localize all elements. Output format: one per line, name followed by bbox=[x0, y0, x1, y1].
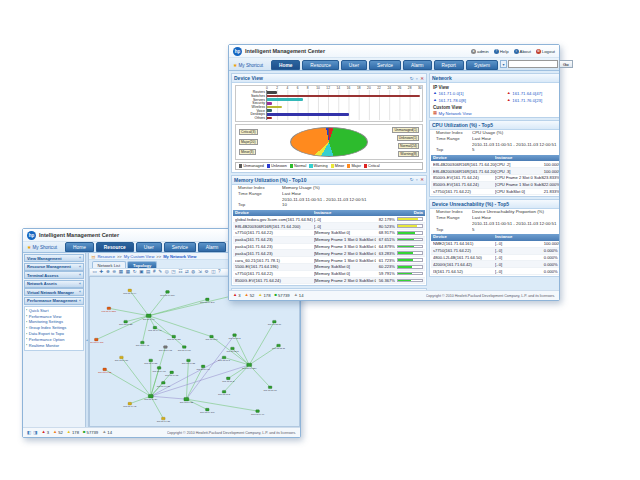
nav-tab-alarm[interactable]: Alarm bbox=[403, 60, 432, 70]
alarm-filter-icon[interactable]: ◍ bbox=[191, 270, 195, 275]
ip-view-link[interactable]: ▲161.71.78.0[8] bbox=[433, 97, 507, 104]
pan-icon[interactable]: ✚ bbox=[99, 270, 103, 275]
alarm-count-minor[interactable]: ▲178 bbox=[258, 293, 270, 298]
topology-node[interactable]: 161.71.78.11 bbox=[272, 344, 286, 349]
nav-tab-system[interactable]: System bbox=[466, 60, 498, 70]
topology-node[interactable]: 161.71.64.247 bbox=[200, 298, 215, 303]
alarm-count-normal[interactable]: ■57739 bbox=[83, 430, 98, 435]
search-scope-dropdown[interactable]: ▾ bbox=[500, 60, 507, 68]
help-icon[interactable]: ? bbox=[218, 270, 221, 275]
topology-node[interactable]: 161.71.64.196 bbox=[200, 408, 215, 413]
nav-tab-resource[interactable]: Resource bbox=[302, 60, 339, 70]
sidebar-section-network-assets[interactable]: Network Assets« bbox=[24, 280, 84, 288]
statusbar-icon[interactable]: ◧ bbox=[27, 430, 31, 435]
topology-node[interactable]: 161.71.64.22 bbox=[179, 397, 193, 403]
topology-node[interactable]: 161.71.64.42 bbox=[123, 402, 137, 407]
topology-node[interactable]: 161.71.76.3 bbox=[218, 390, 231, 395]
save-icon[interactable]: ▣ bbox=[139, 270, 143, 275]
alarm-count-unknown[interactable]: ▲14 bbox=[294, 293, 304, 298]
alarm-count-major[interactable]: ▲52 bbox=[53, 430, 63, 435]
logout-link[interactable]: ⊗ Logout bbox=[536, 49, 555, 54]
topology-node[interactable]: 161.71.64.52 bbox=[98, 368, 112, 373]
fit-view-icon[interactable]: ▦ bbox=[119, 270, 123, 275]
legend-icon[interactable]: ▤ bbox=[146, 270, 150, 275]
ip-view-link[interactable]: ▲161.71.76.0[23] bbox=[507, 97, 559, 104]
topology-node[interactable]: 161.71.64.60 bbox=[152, 367, 166, 372]
layout-icon[interactable]: ▩ bbox=[126, 270, 130, 275]
sidebar-section-view-management[interactable]: View Management« bbox=[24, 254, 84, 262]
topology-node[interactable]: 161.71.76.10 bbox=[263, 386, 277, 391]
nav-tab-user[interactable]: User bbox=[136, 242, 162, 252]
topology-node[interactable]: 161.71.64.23 bbox=[119, 320, 133, 325]
topology-node[interactable]: 161.71.64.161 bbox=[90, 338, 104, 343]
list-icon[interactable]: ☷ bbox=[178, 270, 182, 275]
topology-node[interactable]: 161.71.64.41 bbox=[148, 326, 162, 331]
settings-icon[interactable]: ⚙ bbox=[204, 270, 208, 275]
nav-tab-service[interactable]: Service bbox=[164, 242, 196, 252]
ip-view-link[interactable]: ▲161.71.0.0[1] bbox=[433, 90, 507, 97]
select-icon[interactable]: ▭ bbox=[93, 270, 97, 275]
statusbar-icon[interactable]: ◨ bbox=[33, 430, 37, 435]
my-shortcut-link[interactable]: ★ My Shortcut bbox=[27, 244, 57, 252]
topology-node[interactable]: 161.71.64.65 bbox=[158, 346, 172, 351]
topology-node[interactable]: 161.71.78.10 bbox=[267, 320, 281, 325]
topology-node[interactable]: 161.71.78.3 bbox=[226, 347, 239, 352]
topology-node[interactable]: 161.71.64.80 bbox=[156, 381, 170, 386]
topology-node[interactable]: 161.71.64.75 bbox=[165, 371, 179, 376]
minimize-icon[interactable]: ▫ bbox=[416, 76, 418, 81]
help-link[interactable]: ? Help bbox=[494, 49, 509, 54]
alarm-count-critical[interactable]: ▲3 bbox=[42, 430, 50, 435]
topology-node[interactable]: 161.71.64.24 bbox=[144, 394, 158, 400]
nav-tab-user[interactable]: User bbox=[341, 60, 367, 70]
close-icon[interactable]: ✕ bbox=[420, 177, 424, 182]
nav-tab-resource[interactable]: Resource bbox=[96, 242, 134, 252]
alarm-count-critical[interactable]: ▲3 bbox=[233, 293, 241, 298]
zoom-out-icon[interactable]: ⊖ bbox=[112, 270, 116, 275]
topology-node[interactable]: 161.71.76.1 bbox=[218, 356, 231, 361]
nav-tab-report[interactable]: Report bbox=[434, 60, 464, 70]
topology-node[interactable]: 161.71.64.200 bbox=[101, 307, 116, 312]
my-network-view-link[interactable]: ▦ My Network View bbox=[430, 110, 559, 117]
topology-node[interactable]: 161.71.64.70 bbox=[177, 346, 191, 351]
nav-tab-service[interactable]: Service bbox=[369, 60, 401, 70]
overview-icon[interactable]: ◳ bbox=[171, 270, 175, 275]
topology-node[interactable]: 161.71.64.45 bbox=[135, 341, 149, 346]
breadcrumb-mid[interactable]: My Custom View bbox=[124, 254, 155, 259]
topology-node[interactable]: 161.71.64.55 bbox=[144, 359, 158, 364]
topology-node[interactable]: 161.71.76.2 bbox=[222, 377, 235, 382]
window-icon[interactable]: ◫ bbox=[211, 270, 215, 275]
alarm-count-major[interactable]: ▲52 bbox=[245, 293, 255, 298]
grid-icon[interactable]: # bbox=[153, 270, 156, 275]
view-tab-topology[interactable]: Topology bbox=[127, 261, 157, 268]
topology-node[interactable]: 161.71.64.254 bbox=[241, 363, 256, 369]
link-mode-icon[interactable]: ⇄ bbox=[185, 270, 189, 275]
zoom-in-icon[interactable]: ⊕ bbox=[106, 270, 110, 275]
topology-node[interactable]: 161.71.78.1 bbox=[205, 335, 218, 340]
minimize-icon[interactable]: ▫ bbox=[416, 177, 418, 182]
sidebar-section-virtual-network-manager[interactable]: Virtual Network Manager« bbox=[24, 288, 84, 296]
search-icon[interactable]: ◎ bbox=[165, 270, 169, 275]
topology-node[interactable]: 161.71.64.85 bbox=[181, 359, 195, 364]
alarm-count-unknown[interactable]: ▲14 bbox=[102, 430, 112, 435]
topology-node[interactable]: 161.71.64.35 bbox=[167, 335, 181, 340]
search-input[interactable] bbox=[508, 60, 558, 68]
sidebar-section-resource-management[interactable]: Resource Management« bbox=[24, 263, 84, 271]
sidebar-section-performance-management[interactable]: Performance Management« bbox=[24, 297, 84, 305]
nav-tab-alarm[interactable]: Alarm bbox=[198, 242, 227, 252]
about-link[interactable]: i About bbox=[514, 49, 531, 54]
export-icon[interactable]: ⇲ bbox=[198, 270, 202, 275]
refresh-icon[interactable]: ↻ bbox=[133, 270, 137, 275]
alarm-count-normal[interactable]: ■57739 bbox=[274, 293, 289, 298]
sidebar-item-realtime-monitor[interactable]: ▪Realtime Monitor bbox=[26, 342, 82, 348]
sidebar-section-terminal-access[interactable]: Terminal Access« bbox=[24, 271, 84, 279]
topology-node[interactable]: 161.71.64.31 bbox=[156, 417, 170, 422]
view-tab-network-list[interactable]: Network List bbox=[92, 261, 127, 268]
topology-node[interactable]: 161.71.64.119 bbox=[160, 291, 175, 296]
refresh-icon[interactable]: ↻ bbox=[410, 76, 414, 81]
close-icon[interactable]: ✕ bbox=[420, 76, 424, 81]
search-go-button[interactable]: Go bbox=[559, 60, 573, 68]
nav-tab-home[interactable]: Home bbox=[271, 60, 300, 70]
topology-node[interactable]: 161.71.64.94 bbox=[123, 289, 137, 294]
nav-tab-home[interactable]: Home bbox=[65, 242, 94, 252]
edit-icon[interactable]: ✎ bbox=[158, 270, 162, 275]
